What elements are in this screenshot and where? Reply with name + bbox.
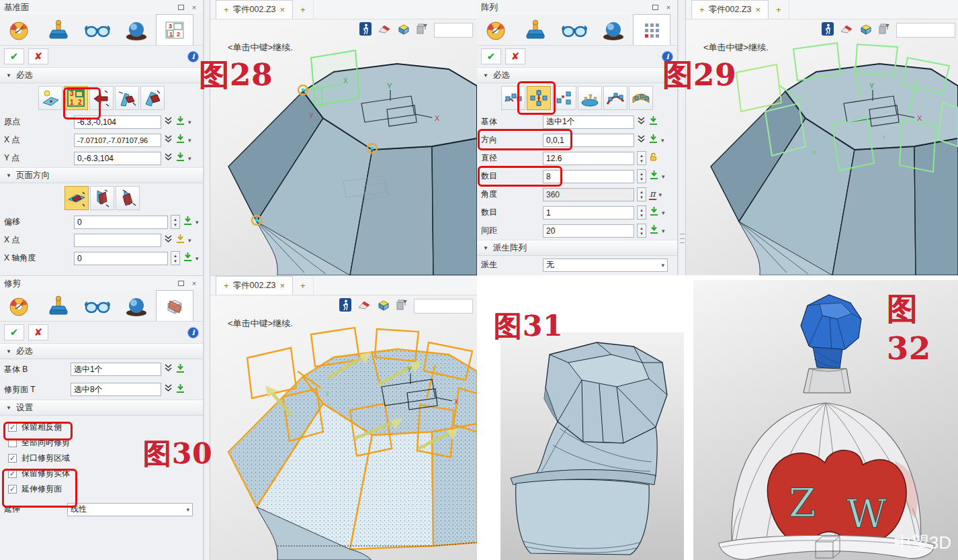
section-box-icon[interactable] [859, 23, 873, 38]
checkbox[interactable]: ✓ [8, 485, 17, 494]
ok-button[interactable]: ✔ [4, 48, 24, 64]
filter-icon[interactable] [417, 24, 428, 38]
dropdown-caret-icon[interactable]: ▾ [195, 219, 199, 226]
expand-chevrons-icon[interactable] [164, 234, 173, 246]
checkbox[interactable]: ✓ [8, 469, 17, 478]
xpoint2-field[interactable] [74, 234, 161, 247]
ok-button[interactable]: ✔ [4, 324, 24, 340]
info-icon[interactable]: i [187, 51, 199, 62]
expand-chevrons-icon[interactable] [637, 134, 646, 146]
viewport-fig29[interactable]: + 零件002.Z3 × + <单击中键>继续. [686, 0, 958, 275]
close-icon[interactable]: × [189, 3, 199, 11]
section-required[interactable]: ▼ 必选 [477, 67, 677, 83]
datum-method-plane-xy[interactable] [115, 86, 139, 110]
render-sphere-icon[interactable] [117, 17, 156, 45]
pattern-surface[interactable] [629, 86, 653, 110]
tab-part002[interactable]: + 零件002.Z3 × [216, 276, 293, 295]
render-sphere-icon[interactable] [117, 293, 156, 321]
orientation-xy[interactable] [64, 186, 89, 210]
minimize-icon[interactable] [176, 279, 185, 287]
new-tab-button[interactable]: + [293, 276, 314, 295]
section-settings[interactable]: ▼ 设置 [0, 400, 203, 416]
walk-mode-icon[interactable] [339, 298, 351, 314]
close-tab-icon[interactable]: × [280, 5, 286, 15]
spinner[interactable]: ▴▾ [637, 169, 646, 183]
panel-splitter[interactable] [204, 0, 210, 275]
close-icon[interactable]: × [664, 3, 673, 11]
pick-from-list-icon[interactable] [649, 170, 659, 183]
section-box-icon[interactable] [397, 23, 410, 38]
datum-method-3point[interactable]: 312 [64, 86, 88, 110]
viewport-fig28[interactable]: + 零件002.Z3 × + <单击中键>继续. [210, 0, 477, 275]
offset-field[interactable]: 0 [74, 216, 168, 229]
xangle-field[interactable]: 0 [74, 252, 168, 265]
orientation-yz[interactable] [90, 186, 114, 210]
expand-chevrons-icon[interactable] [164, 152, 173, 165]
cancel-button[interactable]: ✘ [28, 324, 48, 340]
splitter-grip[interactable] [680, 234, 685, 243]
cancel-button[interactable]: ✘ [505, 48, 525, 64]
pick-from-list-icon[interactable] [183, 252, 193, 265]
spinner[interactable]: ▴▾ [637, 205, 646, 220]
section-orientation[interactable]: ▼ 页面方向 [0, 167, 203, 183]
trim-faces-field[interactable]: 选中8个 [71, 383, 161, 396]
dropdown-caret-icon[interactable]: ▾ [662, 228, 665, 234]
filter-icon[interactable] [879, 24, 890, 38]
dropdown-caret-icon[interactable]: ▾ [662, 209, 665, 216]
add-tab-icon[interactable]: + [224, 5, 229, 15]
base-field[interactable]: 选中1个 [543, 115, 634, 129]
pattern-face[interactable] [578, 86, 602, 110]
pattern-point[interactable] [552, 86, 576, 110]
pattern-circular[interactable] [527, 86, 551, 110]
spinner[interactable]: ▴▾ [171, 251, 180, 265]
dropdown-caret-icon[interactable]: ▾ [661, 137, 664, 144]
stamp-icon[interactable] [516, 17, 555, 45]
eraser-icon[interactable] [378, 24, 391, 37]
glasses-icon[interactable] [78, 17, 117, 45]
expand-chevrons-icon[interactable] [164, 134, 173, 146]
color-wheel-icon[interactable] [0, 17, 39, 45]
trim-tab-icon[interactable] [156, 290, 193, 321]
panel-splitter[interactable] [204, 275, 210, 560]
close-tab-icon[interactable]: × [280, 281, 286, 291]
derived-dropdown[interactable]: 无 ▾ [543, 259, 668, 272]
expression-icon[interactable]: π [649, 189, 656, 200]
unlock-icon[interactable] [649, 152, 658, 165]
spinner[interactable]: ▴▾ [637, 151, 646, 165]
pick-from-list-icon[interactable] [183, 216, 193, 228]
pick-from-list-icon[interactable] [175, 134, 185, 146]
count-field[interactable]: 8 [543, 170, 634, 183]
minimize-icon[interactable] [650, 3, 660, 11]
spacing-field[interactable]: 20 [543, 224, 634, 238]
color-wheel-icon[interactable] [0, 293, 39, 321]
dropdown-caret-icon[interactable]: ▾ [188, 119, 191, 126]
expand-chevrons-icon[interactable] [164, 363, 173, 375]
eraser-icon[interactable] [357, 299, 371, 313]
trim-base-field[interactable]: 选中1个 [71, 363, 161, 376]
section-required[interactable]: ▼ 必选 [0, 343, 203, 359]
xpoint-field[interactable]: -7.07107,-7.07107,96 [74, 134, 161, 147]
count2-field[interactable]: 1 [543, 206, 634, 220]
model-canvas-fig30[interactable]: Y X y [210, 314, 477, 560]
walk-mode-icon[interactable] [822, 22, 834, 38]
pick-from-list-icon[interactable] [175, 383, 185, 396]
add-tab-icon[interactable]: + [699, 5, 705, 15]
dropdown-caret-icon[interactable]: ▾ [662, 173, 665, 180]
dropdown-caret-icon[interactable]: ▾ [188, 237, 191, 244]
pick-from-list-icon[interactable] [649, 224, 659, 237]
expand-chevrons-icon[interactable] [164, 383, 173, 395]
pattern-tab-icon[interactable] [633, 14, 670, 45]
spinner[interactable]: ▴▾ [637, 187, 646, 201]
datum-method-geometry[interactable] [38, 86, 62, 110]
checkbox[interactable]: ✓ [8, 454, 17, 463]
color-wheel-icon[interactable] [477, 17, 516, 45]
datum-method-plane-yz[interactable] [140, 86, 165, 110]
filter-icon[interactable] [396, 299, 408, 314]
new-tab-button[interactable]: + [293, 0, 314, 19]
section-required[interactable]: ▼ 必选 [0, 67, 203, 83]
quick-search-input[interactable] [434, 23, 473, 38]
pattern-curve[interactable] [603, 86, 627, 110]
dropdown-caret-icon[interactable]: ▾ [188, 137, 191, 144]
section-box-icon[interactable] [377, 299, 390, 314]
close-icon[interactable]: × [189, 279, 199, 287]
